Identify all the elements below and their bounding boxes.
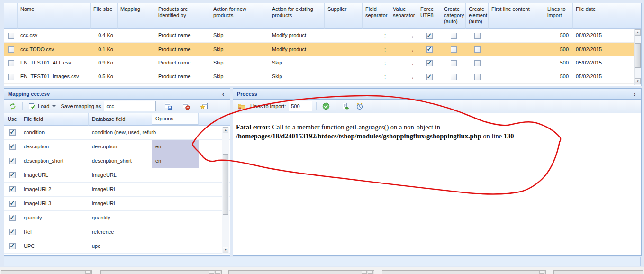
cell-options[interactable] xyxy=(152,197,199,210)
file-grid-col-first-line-content[interactable]: First line content xyxy=(489,3,544,29)
mapping-row[interactable]: descriptiondescriptionen xyxy=(4,140,230,154)
file-grid-col-products-are-identified-by[interactable]: Products are identified by xyxy=(155,3,210,29)
open-file-button[interactable] xyxy=(236,101,247,111)
use-checkbox[interactable] xyxy=(9,229,16,235)
scroll-down-button[interactable]: ▼ xyxy=(223,247,228,253)
new-mapping-button[interactable] xyxy=(199,101,210,111)
mapping-col-use[interactable]: Use xyxy=(4,113,20,126)
taskbar-panel[interactable] xyxy=(1,270,92,274)
file-grid-scrollbar[interactable]: ▲ ▼ xyxy=(634,29,641,85)
cell-options[interactable] xyxy=(152,211,199,225)
file-grid-col-value-separator[interactable]: Value separator xyxy=(390,3,417,29)
table-row[interactable]: ccc.TODO.csv0.1 KoProduct nameSkipModify… xyxy=(4,43,641,56)
file-grid-col-action-for-new-products[interactable]: Action for new products xyxy=(210,3,269,29)
file-grid-col-force-utf8[interactable]: Force UTF8 xyxy=(417,3,441,29)
mapping-row[interactable]: UPCupc xyxy=(4,239,230,254)
cell-options[interactable] xyxy=(152,183,199,196)
use-checkbox[interactable] xyxy=(9,144,16,150)
scroll-thumb[interactable] xyxy=(223,154,228,215)
cell-options[interactable] xyxy=(156,126,202,139)
taskbar-panel[interactable] xyxy=(228,270,374,274)
file-grid-col-create-category-auto[interactable]: Create category (auto) xyxy=(441,3,466,29)
create-element-auto-checkbox[interactable] xyxy=(474,33,481,39)
taskbar-panel[interactable] xyxy=(382,270,546,274)
use-checkbox[interactable] xyxy=(9,158,16,164)
file-grid-col-select[interactable] xyxy=(4,3,18,29)
mapping-row[interactable]: description_shortdescription_shorten xyxy=(4,154,230,168)
taskbar-panel[interactable] xyxy=(553,270,643,274)
mapping-row[interactable]: imageURL3imageURL xyxy=(4,197,230,211)
mapping-row[interactable]: imageURL2imageURL xyxy=(4,183,230,197)
lines-to-import-input[interactable] xyxy=(289,101,312,111)
create-element-auto-checkbox[interactable] xyxy=(474,74,481,80)
file-grid-col-lines-to-import[interactable]: Lines to import xyxy=(544,3,573,29)
use-checkbox[interactable] xyxy=(9,129,16,136)
use-checkbox[interactable] xyxy=(9,201,16,207)
use-checkbox[interactable] xyxy=(9,186,16,192)
save-mapping-button[interactable] xyxy=(163,101,174,111)
force-utf8-checkbox[interactable] xyxy=(426,74,433,80)
table-row[interactable]: EN_TEST01_ALL.csv0.9 KoProduct nameSkipS… xyxy=(4,56,641,70)
file-grid-col-file-date[interactable]: File date xyxy=(573,3,603,29)
use-checkbox[interactable] xyxy=(9,172,16,178)
expand-panel-icon[interactable]: › xyxy=(631,89,638,100)
mapping-col-options[interactable]: Options xyxy=(152,113,199,126)
scroll-up-button[interactable]: ▲ xyxy=(223,127,228,133)
file-grid-col-create-element-auto[interactable]: Create element (auto) xyxy=(466,3,489,29)
create-element-auto-checkbox[interactable] xyxy=(474,60,481,66)
export-run-button[interactable] xyxy=(340,101,351,111)
mapping-col-database-field[interactable]: Database field xyxy=(89,113,152,126)
table-row[interactable]: ccc.csv0.4 KoProduct nameSkipModify prod… xyxy=(4,29,641,43)
force-utf8-checkbox[interactable] xyxy=(426,60,433,66)
taskbar-panel[interactable] xyxy=(100,270,222,274)
mapping-row[interactable]: imageURLimageURL xyxy=(4,168,230,183)
force-utf8-checkbox[interactable] xyxy=(426,46,433,53)
create-element-auto-checkbox[interactable] xyxy=(474,46,481,53)
collapse-panel-icon[interactable]: ‹ xyxy=(219,89,227,100)
create-category-auto-checkbox[interactable] xyxy=(451,46,457,53)
row-select-checkbox[interactable] xyxy=(8,60,14,66)
use-checkbox[interactable] xyxy=(9,243,16,249)
south-collapsed-panel[interactable] xyxy=(4,257,641,266)
cell-options[interactable]: en xyxy=(152,154,199,168)
cell-options[interactable] xyxy=(152,225,199,239)
file-grid-col-supplier[interactable]: Supplier xyxy=(325,3,363,29)
cell-options[interactable] xyxy=(152,168,199,182)
cell-options[interactable] xyxy=(152,239,199,253)
load-mapping-button[interactable]: Load xyxy=(27,101,58,111)
row-select-checkbox[interactable] xyxy=(8,46,14,53)
table-row[interactable]: EN_TEST01_Images.csv0.5 KoProduct nameSk… xyxy=(4,70,641,84)
schedule-button[interactable] xyxy=(354,101,365,111)
scroll-up-button[interactable]: ▲ xyxy=(635,29,641,36)
scroll-thumb[interactable] xyxy=(635,43,641,68)
row-select-checkbox[interactable] xyxy=(8,74,14,80)
create-category-auto-checkbox[interactable] xyxy=(451,33,457,39)
mapping-row[interactable]: conditioncondition (new, used, refurb xyxy=(4,126,230,140)
create-category-auto-checkbox[interactable] xyxy=(451,60,457,66)
taskbar-panel-button[interactable] xyxy=(209,271,214,274)
file-grid-col-field-separator[interactable]: Field separator xyxy=(363,3,390,29)
scroll-down-button[interactable]: ▼ xyxy=(635,78,641,84)
taskbar-panel-button[interactable] xyxy=(362,271,367,274)
use-checkbox[interactable] xyxy=(9,215,16,221)
file-grid-col-name[interactable]: Name xyxy=(18,3,91,29)
taskbar-panel-button[interactable] xyxy=(215,271,220,274)
file-grid-col-file-size[interactable]: File size xyxy=(91,3,118,29)
mapping-col-file-field[interactable]: File field xyxy=(20,113,89,126)
cell-options[interactable]: en xyxy=(152,140,199,154)
create-category-auto-checkbox[interactable] xyxy=(451,74,457,80)
file-grid-col-mapping[interactable]: Mapping xyxy=(118,3,155,29)
taskbar-panel-button[interactable] xyxy=(539,271,544,274)
taskbar-panel-button[interactable] xyxy=(368,271,373,274)
file-grid-col-action-for-existing-products[interactable]: Action for existing products xyxy=(269,3,325,29)
start-import-button[interactable] xyxy=(320,101,332,111)
mapping-row[interactable]: quantityquantity xyxy=(4,211,230,225)
mapping-name-input[interactable] xyxy=(104,101,156,111)
force-utf8-checkbox[interactable] xyxy=(426,33,433,39)
mapping-row[interactable]: Refreference xyxy=(4,225,230,239)
row-select-checkbox[interactable] xyxy=(8,33,14,39)
taskbar-panel-button[interactable] xyxy=(85,271,91,274)
delete-mapping-button[interactable] xyxy=(181,101,192,111)
refresh-button[interactable] xyxy=(7,101,18,111)
mapping-grid-scrollbar[interactable]: ▲ ▼ xyxy=(222,127,229,254)
